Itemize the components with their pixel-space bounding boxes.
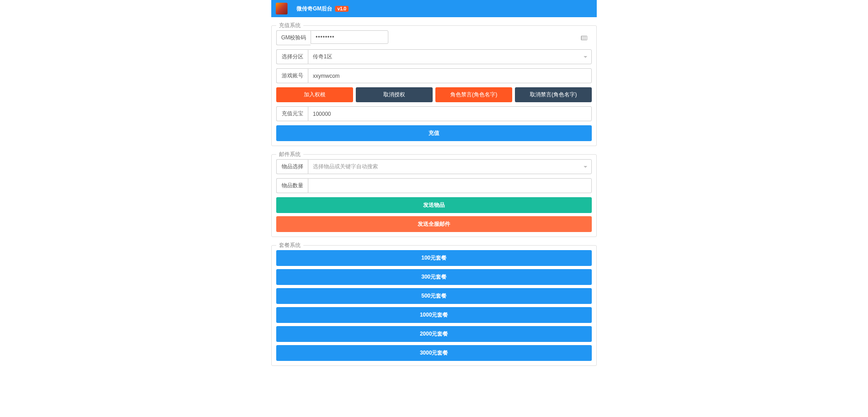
package-button-500[interactable]: 500元套餐 bbox=[276, 288, 592, 304]
package-panel: 套餐系统 100元套餐 300元套餐 500元套餐 1000元套餐 2000元套… bbox=[271, 245, 597, 366]
gm-code-group: GM校验码 bbox=[276, 30, 592, 45]
mail-legend: 邮件系统 bbox=[276, 151, 303, 158]
recharge-panel: 充值系统 GM校验码 选择分区 传奇1区 游戏账号 加入权根 取消授权 角色禁言… bbox=[271, 25, 597, 146]
version-badge: v1.0 bbox=[335, 6, 348, 12]
package-button-300[interactable]: 300元套餐 bbox=[276, 269, 592, 285]
zone-label: 选择分区 bbox=[276, 49, 308, 64]
package-button-2000[interactable]: 2000元套餐 bbox=[276, 326, 592, 342]
account-group: 游戏账号 bbox=[276, 68, 592, 83]
add-auth-button[interactable]: 加入权根 bbox=[276, 87, 353, 102]
package-button-3000[interactable]: 3000元套餐 bbox=[276, 345, 592, 361]
auth-button-row: 加入权根 取消授权 角色禁言(角色名字) 取消禁言(角色名字) bbox=[276, 87, 592, 102]
unban-role-button[interactable]: 取消禁言(角色名字) bbox=[515, 87, 592, 102]
item-select-placeholder: 选择物品或关键字自动搜索 bbox=[308, 159, 592, 174]
app-title: 微传奇GM后台 bbox=[297, 5, 332, 13]
gm-code-input[interactable] bbox=[311, 30, 388, 44]
header-bar: 微传奇GM后台 v1.0 bbox=[271, 0, 597, 17]
cancel-auth-button[interactable]: 取消授权 bbox=[356, 87, 433, 102]
chevron-down-icon bbox=[584, 56, 587, 58]
app-logo bbox=[276, 3, 288, 14]
package-button-1000[interactable]: 1000元套餐 bbox=[276, 307, 592, 323]
gm-code-label: GM校验码 bbox=[276, 30, 311, 45]
zone-group: 选择分区 传奇1区 bbox=[276, 49, 592, 64]
amount-input[interactable] bbox=[308, 106, 592, 121]
send-item-button[interactable]: 发送物品 bbox=[276, 197, 592, 213]
package-buttons: 100元套餐 300元套餐 500元套餐 1000元套餐 2000元套餐 300… bbox=[276, 250, 592, 361]
keyboard-icon[interactable] bbox=[581, 36, 587, 40]
account-label: 游戏账号 bbox=[276, 68, 308, 83]
amount-group: 充值元宝 bbox=[276, 106, 592, 121]
item-count-group: 物品数量 bbox=[276, 178, 592, 193]
item-count-label: 物品数量 bbox=[276, 178, 308, 193]
mail-panel: 邮件系统 物品选择 选择物品或关键字自动搜索 物品数量 发送物品 发送全服邮件 bbox=[271, 154, 597, 237]
item-count-input[interactable] bbox=[308, 178, 592, 193]
send-all-mail-button[interactable]: 发送全服邮件 bbox=[276, 216, 592, 232]
zone-value: 传奇1区 bbox=[308, 49, 592, 64]
amount-label: 充值元宝 bbox=[276, 106, 308, 121]
recharge-legend: 充值系统 bbox=[276, 22, 303, 29]
chevron-down-icon bbox=[584, 166, 587, 168]
item-select-label: 物品选择 bbox=[276, 159, 308, 174]
account-input[interactable] bbox=[308, 68, 592, 83]
item-select[interactable]: 选择物品或关键字自动搜索 bbox=[308, 159, 592, 174]
zone-select[interactable]: 传奇1区 bbox=[308, 49, 592, 64]
package-legend: 套餐系统 bbox=[276, 242, 303, 249]
recharge-button[interactable]: 充值 bbox=[276, 125, 592, 141]
ban-role-button[interactable]: 角色禁言(角色名字) bbox=[435, 87, 512, 102]
item-select-group: 物品选择 选择物品或关键字自动搜索 bbox=[276, 159, 592, 174]
package-button-100[interactable]: 100元套餐 bbox=[276, 250, 592, 266]
